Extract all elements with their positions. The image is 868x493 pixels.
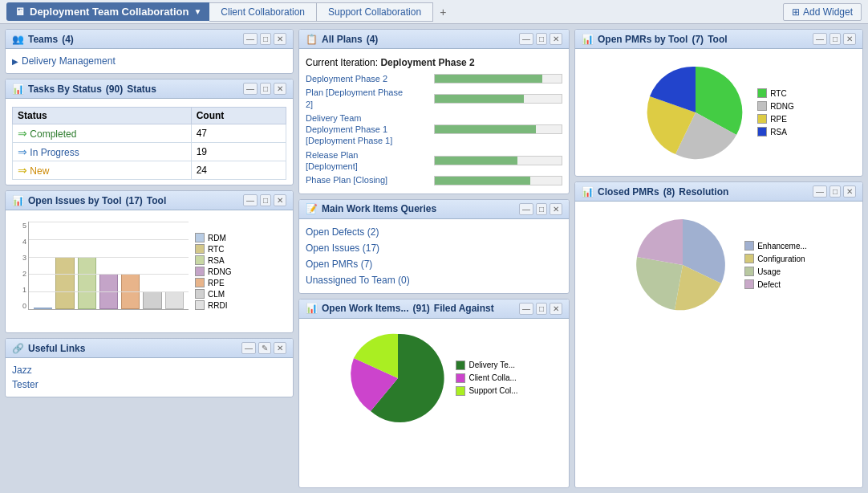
query-link-3[interactable]: Unassigned To Team (0) bbox=[306, 272, 562, 288]
team-label: Delivery Management bbox=[22, 55, 116, 67]
legend-label-rdng: RDNG bbox=[208, 267, 231, 276]
bar-rtc bbox=[55, 222, 74, 309]
issues-close-button[interactable]: ✕ bbox=[274, 194, 286, 206]
closed-pmrs-close-button[interactable]: ✕ bbox=[843, 185, 856, 198]
teams-count: (4) bbox=[62, 34, 74, 45]
query-link-0[interactable]: Open Defects (2) bbox=[306, 224, 562, 240]
gridline bbox=[29, 274, 189, 275]
pmrs-minimize-button[interactable]: — bbox=[813, 33, 827, 45]
y-label-1: 1 bbox=[22, 286, 26, 294]
legend-color-client bbox=[456, 373, 465, 383]
work-items-body: Open Defects (2) Open Issues (17) Open P… bbox=[299, 219, 569, 293]
closed-pmrs-title-label: Closed PMRs bbox=[598, 186, 659, 198]
queries-minimize-button[interactable]: — bbox=[519, 203, 533, 215]
table-row: ⇒ Completed 47 bbox=[13, 124, 286, 143]
open-work-close-button[interactable]: ✕ bbox=[550, 303, 562, 315]
tasks-status-widget: 📊 Tasks By Status (90) Status — □ ✕ Stat… bbox=[5, 79, 294, 185]
work-items-title: 📝 Main Work Items Queries bbox=[306, 203, 436, 214]
plan-label-3[interactable]: Release Plan[Deployment] bbox=[306, 149, 434, 173]
legend-color-defect bbox=[744, 279, 754, 289]
count-cell: 19 bbox=[191, 143, 286, 161]
dashboard-title-icon: 🖥 bbox=[14, 6, 25, 18]
pmrs-close-button[interactable]: ✕ bbox=[843, 33, 856, 45]
dashboard-title-label: Deployment Team Collaboration bbox=[30, 6, 189, 18]
closed-pmrs-maximize-button[interactable]: □ bbox=[829, 185, 841, 198]
bar-rrdi bbox=[165, 222, 184, 309]
closed-pmrs-controls: — □ ✕ bbox=[813, 185, 856, 198]
status-label[interactable]: In Progress bbox=[30, 147, 79, 158]
open-issues-widget: 📊 Open Issues by Tool (17) Tool — □ ✕ bbox=[5, 190, 294, 333]
open-work-minimize-button[interactable]: — bbox=[519, 303, 533, 315]
legend-color-usage bbox=[744, 267, 754, 276]
closed-pmrs-minimize-button[interactable]: — bbox=[813, 185, 827, 198]
list-item-tester[interactable]: Tester bbox=[12, 377, 286, 392]
legend-color-enhancement bbox=[744, 241, 754, 251]
issues-minimize-button[interactable]: — bbox=[243, 194, 258, 206]
issues-title-label: Open Issues by Tool bbox=[28, 195, 121, 206]
legend-label-rdng-pmr: RDNG bbox=[770, 102, 793, 111]
open-work-maximize-button[interactable]: □ bbox=[536, 303, 547, 315]
expand-icon: ▶ bbox=[12, 57, 18, 66]
query-link-1[interactable]: Open Issues (17) bbox=[306, 240, 562, 256]
plan-label-4[interactable]: Phase Plan [Closing] bbox=[306, 174, 434, 185]
teams-minimize-button[interactable]: — bbox=[243, 33, 258, 45]
plans-close-button[interactable]: ✕ bbox=[550, 33, 562, 45]
widget-icon: ⊞ bbox=[792, 6, 800, 18]
issues-widget-controls: — □ ✕ bbox=[243, 194, 286, 206]
query-link-2[interactable]: Open PMRs (7) bbox=[306, 256, 562, 272]
links-close-button[interactable]: ✕ bbox=[274, 342, 286, 354]
issues-maximize-button[interactable]: □ bbox=[260, 194, 271, 206]
teams-widget-header: 👥 Teams (4) — □ ✕ bbox=[6, 30, 293, 49]
plans-minimize-button[interactable]: — bbox=[519, 33, 533, 45]
plans-maximize-button[interactable]: □ bbox=[536, 33, 547, 45]
queries-maximize-button[interactable]: □ bbox=[536, 203, 547, 215]
list-item-jazz[interactable]: Jazz bbox=[12, 363, 286, 377]
plan-label-0[interactable]: Deployment Phase 2 bbox=[306, 73, 434, 84]
legend-color-delivery bbox=[456, 361, 465, 370]
add-tab-button[interactable]: + bbox=[433, 2, 452, 22]
tab-client-collaboration[interactable]: Client Collaboration bbox=[209, 2, 317, 22]
tasks-maximize-button[interactable]: □ bbox=[260, 83, 271, 95]
status-label[interactable]: Completed bbox=[30, 128, 76, 140]
open-work-header: 📊 Open Work Items... (91) Filed Against … bbox=[299, 299, 569, 319]
legend-enhancement: Enhanceme... bbox=[744, 241, 807, 251]
legend-defect: Defect bbox=[744, 279, 807, 289]
teams-maximize-button[interactable]: □ bbox=[260, 33, 271, 45]
useful-links-widget: 🔗 Useful Links — ✎ ✕ Jazz Tester bbox=[5, 338, 294, 397]
teams-close-button[interactable]: ✕ bbox=[274, 33, 286, 45]
plan-item-3: Release Plan[Deployment] bbox=[306, 149, 562, 173]
open-issues-body: 5 4 3 2 1 0 bbox=[6, 210, 293, 332]
pmrs-icon: 📊 bbox=[582, 34, 594, 45]
plan-item-1: Plan [Deployment Phase2] bbox=[306, 87, 562, 110]
links-edit-button[interactable]: ✎ bbox=[258, 342, 271, 354]
status-cell: ⇒ In Progress bbox=[13, 143, 192, 161]
status-table: Status Count ⇒ Completed 47 bbox=[12, 107, 286, 180]
legend-label-usage: Usage bbox=[757, 267, 781, 276]
links-minimize-button[interactable]: — bbox=[241, 342, 256, 354]
legend-label-rtc-pmr: RTC bbox=[770, 89, 786, 98]
open-work-legend: Delivery Te... Client Colla... Support C… bbox=[456, 361, 517, 396]
list-item[interactable]: ▶ Delivery Management bbox=[12, 54, 286, 68]
legend-item-rrdi: RRDI bbox=[195, 300, 231, 310]
bar-chart-area: 5 4 3 2 1 0 bbox=[12, 215, 286, 328]
tasks-widget-body: Status Count ⇒ Completed 47 bbox=[6, 99, 293, 185]
dashboard-title[interactable]: 🖥 Deployment Team Collaboration ▼ bbox=[6, 2, 209, 21]
useful-links-body: Jazz Tester bbox=[6, 358, 293, 397]
pmrs-maximize-button[interactable]: □ bbox=[829, 33, 841, 45]
completed-icon: ⇒ bbox=[18, 127, 27, 140]
tab-support-collaboration[interactable]: Support Collaboration bbox=[317, 2, 433, 22]
add-widget-button[interactable]: ⊞ Add Widget bbox=[783, 3, 862, 21]
tasks-minimize-button[interactable]: — bbox=[243, 83, 258, 95]
useful-links-header: 🔗 Useful Links — ✎ ✕ bbox=[6, 339, 293, 358]
plan-label-2[interactable]: Delivery TeamDeployment Phase 1[Deployme… bbox=[306, 112, 434, 147]
queries-close-button[interactable]: ✕ bbox=[550, 203, 562, 215]
closed-pmrs-body: Enhanceme... Configuration Usage De bbox=[575, 202, 862, 328]
status-label[interactable]: New bbox=[30, 165, 49, 177]
plan-bar-fill-0 bbox=[435, 75, 542, 83]
tasks-close-button[interactable]: ✕ bbox=[274, 83, 286, 95]
closed-pmrs-title: 📊 Closed PMRs (8) Resolution bbox=[582, 186, 728, 198]
legend-label-rtc: RTC bbox=[208, 245, 224, 254]
legend-label-config: Configuration bbox=[757, 255, 805, 263]
tasks-icon: 📊 bbox=[12, 84, 24, 95]
plan-label-1[interactable]: Plan [Deployment Phase2] bbox=[306, 87, 434, 110]
